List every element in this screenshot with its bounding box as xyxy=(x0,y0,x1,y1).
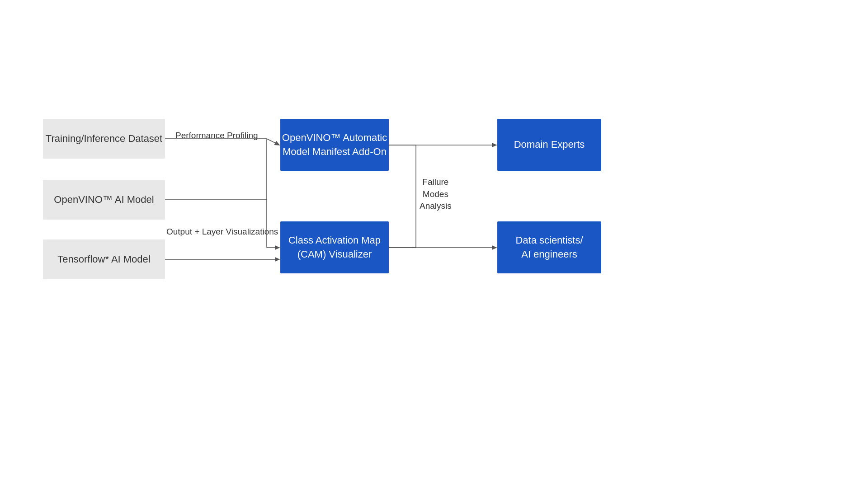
diagram-container: Training/Inference Dataset OpenVINO™ AI … xyxy=(0,0,868,488)
arrows-svg xyxy=(0,0,868,488)
svg-line-2 xyxy=(267,139,279,145)
